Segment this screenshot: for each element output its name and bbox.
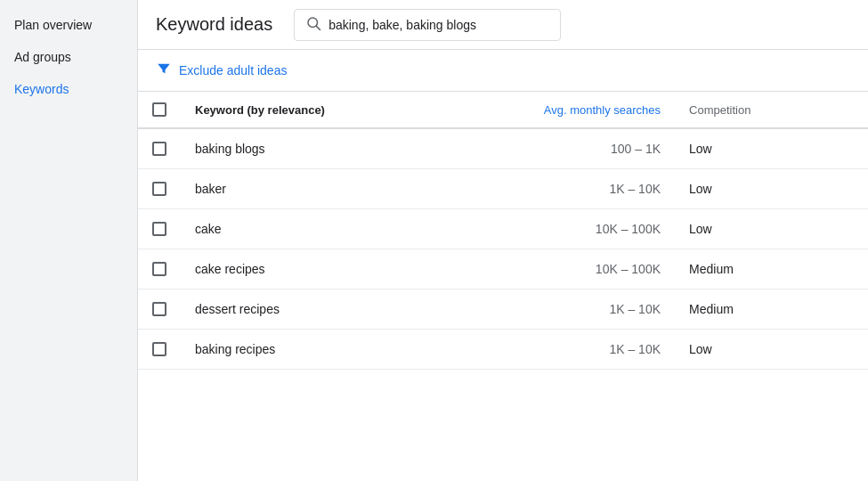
exclude-adult-ideas-link[interactable]: Exclude adult ideas: [179, 63, 287, 77]
row-checkbox-cell: [138, 330, 181, 370]
row-checkbox-cell: [138, 289, 181, 330]
page-title: Keyword ideas: [156, 14, 272, 35]
search-bar[interactable]: baking, bake, baking blogs: [294, 9, 561, 41]
row-extra-3: [822, 249, 868, 289]
row-keyword-1: baker: [181, 169, 438, 209]
row-checkbox-cell: [138, 128, 181, 169]
select-all-checkbox[interactable]: [152, 102, 166, 117]
filter-bar: Exclude adult ideas: [138, 50, 868, 92]
header-competition: Competition: [675, 92, 822, 128]
table-row: baking recipes 1K – 10K Low: [138, 330, 868, 370]
row-extra-5: [822, 330, 868, 370]
table-row: cake 10K – 100K Low: [138, 209, 868, 249]
row-keyword-5: baking recipes: [181, 330, 438, 370]
main-content: Keyword ideas baking, bake, baking blogs…: [138, 0, 868, 481]
row-avg-3: 10K – 100K: [438, 249, 675, 289]
row-avg-4: 1K – 10K: [438, 289, 675, 330]
row-competition-3: Medium: [675, 249, 822, 289]
table-row: baker 1K – 10K Low: [138, 169, 868, 209]
sidebar-label-plan-overview: Plan overview: [14, 18, 92, 32]
row-checkbox-cell: [138, 169, 181, 209]
row-avg-5: 1K – 10K: [438, 330, 675, 370]
row-keyword-2: cake: [181, 209, 438, 249]
row-extra-0: [822, 128, 868, 169]
row-avg-2: 10K – 100K: [438, 209, 675, 249]
sidebar-item-keywords[interactable]: Keywords: [0, 73, 137, 105]
row-checkbox-cell: [138, 249, 181, 289]
row-checkbox-3[interactable]: [152, 262, 166, 276]
table-row: dessert recipes 1K – 10K Medium: [138, 289, 868, 330]
keyword-table-body: baking blogs 100 – 1K Low baker 1K – 10K…: [138, 128, 868, 370]
row-checkbox-4[interactable]: [152, 302, 166, 316]
sidebar: Plan overview Ad groups Keywords: [0, 0, 138, 481]
sidebar-item-plan-overview[interactable]: Plan overview: [0, 9, 137, 41]
table-header-row: Keyword (by relevance) Avg. monthly sear…: [138, 92, 868, 128]
keyword-table-container: Keyword (by relevance) Avg. monthly sear…: [138, 92, 868, 481]
keyword-table: Keyword (by relevance) Avg. monthly sear…: [138, 92, 868, 370]
row-keyword-0: baking blogs: [181, 128, 438, 169]
header-avg: Avg. monthly searches: [438, 92, 675, 128]
row-checkbox-1[interactable]: [152, 182, 166, 196]
row-competition-1: Low: [675, 169, 822, 209]
row-keyword-3: cake recipes: [181, 249, 438, 289]
sidebar-label-ad-groups: Ad groups: [14, 50, 71, 64]
row-competition-5: Low: [675, 330, 822, 370]
header: Keyword ideas baking, bake, baking blogs: [138, 0, 868, 50]
header-extra: [822, 92, 868, 128]
row-avg-0: 100 – 1K: [438, 128, 675, 169]
row-avg-1: 1K – 10K: [438, 169, 675, 209]
sidebar-item-ad-groups[interactable]: Ad groups: [0, 41, 137, 73]
filter-icon: [156, 61, 172, 80]
row-checkbox-0[interactable]: [152, 142, 166, 156]
row-extra-1: [822, 169, 868, 209]
header-keyword: Keyword (by relevance): [181, 92, 438, 128]
row-checkbox-5[interactable]: [152, 342, 166, 356]
row-competition-2: Low: [675, 209, 822, 249]
row-competition-0: Low: [675, 128, 822, 169]
search-icon: [305, 15, 321, 35]
table-row: cake recipes 10K – 100K Medium: [138, 249, 868, 289]
row-checkbox-2[interactable]: [152, 222, 166, 236]
svg-line-1: [317, 26, 320, 29]
row-competition-4: Medium: [675, 289, 822, 330]
row-extra-4: [822, 289, 868, 330]
search-value: baking, bake, baking blogs: [329, 18, 476, 32]
row-keyword-4: dessert recipes: [181, 289, 438, 330]
row-checkbox-cell: [138, 209, 181, 249]
header-checkbox-col: [138, 92, 181, 128]
table-row: baking blogs 100 – 1K Low: [138, 128, 868, 169]
sidebar-label-keywords: Keywords: [14, 82, 69, 96]
row-extra-2: [822, 209, 868, 249]
